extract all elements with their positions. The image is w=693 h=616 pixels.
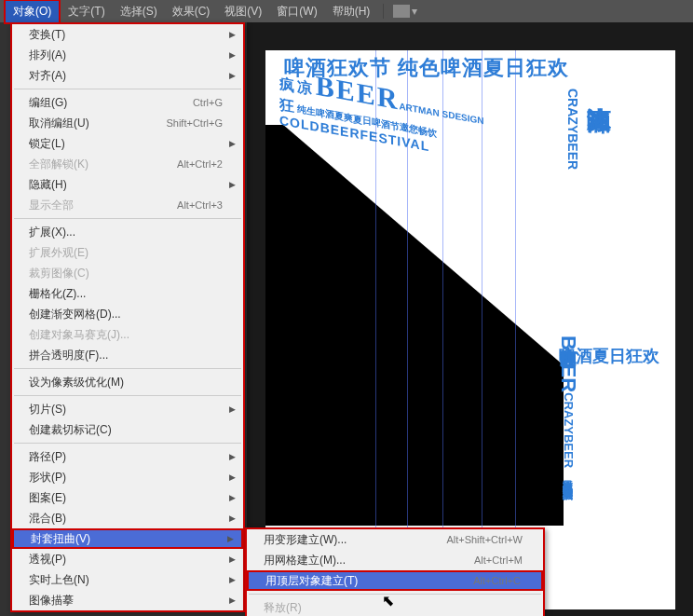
workspace-icon[interactable] [393,5,410,18]
menu-perspective[interactable]: 透视(P)▶ [12,549,243,569]
menu-expand[interactable]: 扩展(X)... [12,222,243,242]
menu-effect[interactable]: 效果(C) [165,1,218,22]
menu-window[interactable]: 窗口(W) [269,1,324,22]
menu-transform[interactable]: 变换(T)▶ [12,24,243,45]
menu-pixel-perfect[interactable]: 设为像素级优化(M) [12,372,243,392]
arrow-right-icon: ▶ [229,452,236,461]
menu-align[interactable]: 对齐(A)▶ [12,65,243,86]
submenu-make-top-object[interactable]: 用顶层对象建立(T)Alt+Ctrl+C [247,570,543,591]
arrow-right-icon: ▶ [229,30,236,39]
menu-shape[interactable]: 形状(P)▶ [12,467,243,487]
submenu-make-warp[interactable]: 用变形建立(W)...Alt+Shift+Ctrl+W [247,529,543,550]
menu-unlock-all: 全部解锁(K)Alt+Ctrl+2 [12,154,243,174]
vertical-hero-text: 冰爽啤酒CRAZYBEER [559,89,612,170]
menu-show-all: 显示全部Alt+Ctrl+3 [12,195,243,215]
vertical-text-group: 冰爽啤酒节BEERCRAZYBEER 冰爽夏日 疯狂啤酒 邀您畅饮 酒爽到底 [554,335,581,596]
menu-envelope-distort[interactable]: 封套扭曲(V)▶ [12,528,243,549]
arrow-right-icon: ▶ [229,554,236,564]
arrow-right-icon: ▶ [229,50,236,60]
menu-object[interactable]: 对象(O) [4,0,61,24]
submenu-make-mesh[interactable]: 用网格建立(M)...Alt+Ctrl+M [247,550,543,570]
menu-expand-appearance: 扩展外观(E) [12,242,243,263]
menu-group[interactable]: 编组(G)Ctrl+G [12,92,243,113]
arrow-right-icon: ▶ [229,71,236,80]
arrow-right-icon: ▶ [229,404,236,414]
arrow-right-icon: ▶ [229,513,236,523]
chevron-down-icon[interactable]: ▾ [412,5,417,18]
arrow-right-icon: ▶ [229,595,236,605]
menu-view[interactable]: 视图(V) [217,1,269,22]
menu-crop-image: 裁剪图像(C) [12,263,243,283]
object-menu: 变换(T)▶ 排列(A)▶ 对齐(A)▶ 编组(G)Ctrl+G 取消编组(U)… [10,22,245,612]
divider [383,4,384,19]
menu-slice[interactable]: 切片(S)▶ [12,399,243,419]
menu-blend[interactable]: 混合(B)▶ [12,508,243,528]
arrow-right-icon: ▶ [227,534,234,543]
menu-path[interactable]: 路径(P)▶ [12,446,243,467]
arrow-right-icon: ▶ [229,493,236,502]
menu-mosaic: 创建对象马赛克(J)... [12,324,243,345]
arrow-right-icon: ▶ [229,575,236,584]
menu-trim-marks[interactable]: 创建裁切标记(C) [12,419,243,440]
menu-hide[interactable]: 隐藏(H)▶ [12,174,243,195]
menu-select[interactable]: 选择(S) [113,1,165,22]
submenu-release: 释放(R) [247,597,543,616]
arrow-right-icon: ▶ [229,472,236,482]
envelope-submenu: 用变形建立(W)...Alt+Shift+Ctrl+W 用网格建立(M)...A… [245,527,545,616]
menu-arrange[interactable]: 排列(A)▶ [12,45,243,65]
menu-type[interactable]: 文字(T) [61,1,112,22]
menu-image-trace[interactable]: 图像描摹▶ [12,590,243,610]
menu-live-paint[interactable]: 实时上色(N)▶ [12,569,243,590]
black-triangle-shape [265,125,564,526]
main-menubar: 对象(O) 文字(T) 选择(S) 效果(C) 视图(V) 窗口(W) 帮助(H… [0,0,693,22]
arrow-right-icon: ▶ [229,139,236,148]
menu-pattern[interactable]: 图案(E)▶ [12,487,243,508]
menu-gradient-mesh[interactable]: 创建渐变网格(D)... [12,304,243,324]
arrow-right-icon: ▶ [229,180,236,189]
menu-ungroup[interactable]: 取消编组(U)Shift+Ctrl+G [12,113,243,133]
menu-help[interactable]: 帮助(H) [325,1,378,22]
menu-rasterize[interactable]: 栅格化(Z)... [12,283,243,304]
menu-flatten[interactable]: 拼合透明度(F)... [12,345,243,365]
menu-lock[interactable]: 锁定(L)▶ [12,133,243,154]
